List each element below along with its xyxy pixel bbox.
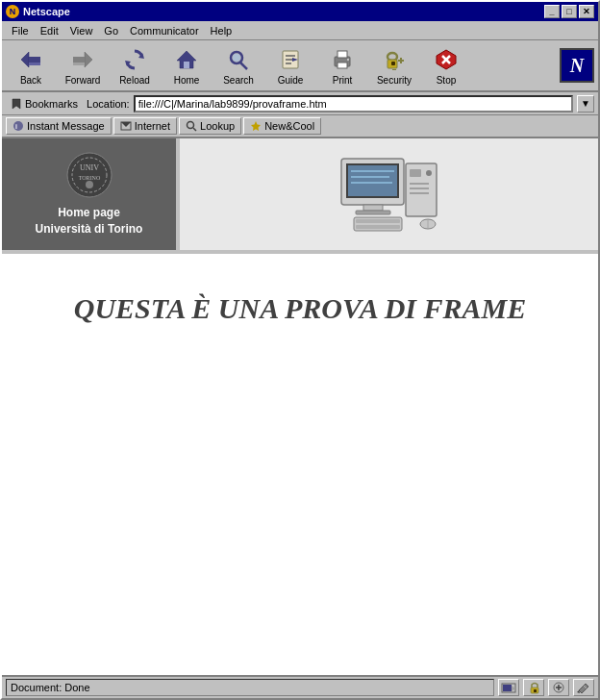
- location-arrow[interactable]: ▼: [577, 95, 594, 112]
- print-label: Print: [333, 75, 353, 86]
- main-heading: QUESTA È UNA PROVA DI FRAME: [74, 292, 526, 325]
- svg-text:TORINO: TORINO: [78, 175, 100, 181]
- stop-label: Stop: [437, 75, 457, 86]
- title-bar-left: N Netscape: [6, 5, 70, 18]
- svg-line-37: [193, 128, 196, 131]
- university-logo: UNIV TORINO: [65, 151, 113, 199]
- maximize-button[interactable]: □: [562, 5, 577, 18]
- window-controls: _ □ ✕: [544, 5, 594, 18]
- svg-rect-56: [410, 169, 421, 177]
- app-icon: N: [6, 5, 19, 18]
- svg-point-43: [86, 181, 93, 188]
- home-label: Home: [174, 75, 200, 86]
- status-sign-button[interactable]: [548, 679, 569, 696]
- lookup-button[interactable]: Lookup: [179, 117, 241, 135]
- svg-line-11: [240, 62, 247, 69]
- lookup-icon: [186, 120, 197, 132]
- content-area: UNIV TORINO Home page Università di Tori…: [2, 138, 598, 675]
- location-bar: Bookmarks Location: ▼: [2, 92, 598, 115]
- svg-rect-50: [363, 205, 383, 211]
- svg-rect-54: [356, 225, 400, 229]
- status-text: Document: Done: [6, 679, 494, 696]
- svg-marker-71: [579, 684, 588, 693]
- svg-rect-59: [410, 188, 429, 189]
- url-input[interactable]: [134, 95, 573, 112]
- new-and-cool-button[interactable]: New&Cool: [243, 117, 321, 135]
- instant-message-label: Instant Message: [27, 120, 105, 132]
- menu-go[interactable]: Go: [98, 24, 124, 38]
- svg-marker-0: [21, 52, 29, 67]
- search-label: Search: [223, 75, 254, 86]
- internet-label: Internet: [135, 120, 170, 132]
- status-security-button[interactable]: [523, 679, 544, 696]
- lookup-label: Lookup: [200, 120, 235, 132]
- svg-rect-19: [338, 51, 347, 58]
- status-icons: [498, 679, 594, 696]
- nav-link-text[interactable]: Home page Università di Torino: [36, 205, 143, 238]
- svg-point-12: [233, 54, 240, 62]
- svg-rect-2: [29, 62, 40, 65]
- print-button[interactable]: Print: [317, 43, 367, 88]
- svg-marker-38: [251, 121, 261, 131]
- svg-rect-53: [356, 219, 400, 223]
- svg-rect-5: [73, 62, 85, 65]
- guide-label: Guide: [278, 75, 304, 86]
- svg-rect-51: [356, 211, 390, 214]
- new-and-cool-icon: [250, 120, 262, 132]
- stop-button[interactable]: Stop: [421, 43, 471, 88]
- menu-file[interactable]: File: [6, 24, 35, 38]
- instant-message-button[interactable]: i Instant Message: [6, 117, 112, 135]
- reload-button[interactable]: Reload: [110, 43, 160, 88]
- svg-marker-35: [121, 122, 131, 127]
- status-bar: Document: Done: [2, 675, 598, 698]
- frames-container: UNIV TORINO Home page Università di Tori…: [2, 138, 598, 675]
- security-button[interactable]: Security: [369, 43, 419, 88]
- guide-icon: [277, 46, 304, 73]
- svg-rect-20: [338, 62, 347, 68]
- back-button[interactable]: Back: [6, 43, 56, 88]
- frame-main: QUESTA È UNA PROVA DI FRAME: [2, 254, 598, 675]
- menu-view[interactable]: View: [64, 24, 99, 38]
- svg-rect-60: [410, 192, 429, 194]
- instant-message-icon: i: [12, 120, 24, 132]
- security-label: Security: [377, 75, 412, 86]
- svg-text:i: i: [15, 123, 17, 130]
- svg-rect-4: [73, 57, 85, 62]
- status-progress-button[interactable]: [498, 679, 519, 696]
- svg-rect-1: [29, 57, 40, 62]
- menu-edit[interactable]: Edit: [35, 24, 64, 38]
- svg-rect-67: [534, 689, 537, 692]
- home-icon: [173, 46, 200, 73]
- svg-rect-58: [410, 183, 429, 185]
- stop-icon: [433, 46, 460, 73]
- menu-help[interactable]: Help: [205, 24, 238, 38]
- bookmarks-button[interactable]: Bookmarks: [6, 96, 83, 112]
- menu-communicator[interactable]: Communicator: [124, 24, 205, 38]
- svg-marker-65: [512, 686, 515, 691]
- internet-icon: [120, 120, 132, 132]
- home-button[interactable]: Home: [162, 43, 212, 88]
- minimize-button[interactable]: _: [544, 5, 560, 18]
- internet-button[interactable]: Internet: [113, 117, 177, 135]
- svg-text:UNIV: UNIV: [80, 163, 99, 172]
- frame-header: [180, 138, 598, 250]
- title-bar: N Netscape _ □ ✕: [2, 2, 598, 21]
- bookmarks-icon: [11, 98, 22, 110]
- computer-illustration: [337, 154, 442, 236]
- svg-rect-24: [391, 62, 395, 65]
- svg-rect-21: [347, 59, 349, 61]
- svg-point-57: [426, 170, 432, 176]
- forward-button[interactable]: Forward: [58, 43, 108, 88]
- status-edit-button[interactable]: [573, 679, 594, 696]
- security-icon: [381, 46, 408, 73]
- search-button[interactable]: Search: [213, 43, 263, 88]
- svg-rect-64: [503, 685, 512, 691]
- bookmarks-label: Bookmarks: [25, 98, 78, 110]
- window-title: Netscape: [23, 6, 70, 17]
- forward-label: Forward: [65, 75, 101, 86]
- close-button[interactable]: ✕: [579, 5, 594, 18]
- browser-window: N Netscape _ □ ✕ File Edit View Go Commu…: [0, 0, 600, 700]
- frame-top: UNIV TORINO Home page Università di Tori…: [2, 138, 598, 254]
- guide-button[interactable]: Guide: [265, 43, 315, 88]
- netscape-logo: N: [560, 48, 594, 83]
